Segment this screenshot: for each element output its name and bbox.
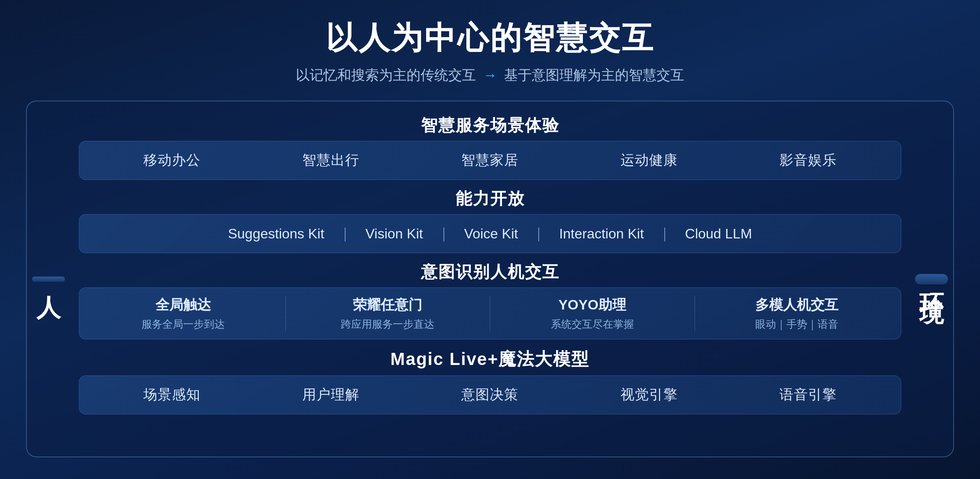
list-item: 意图决策 (461, 385, 518, 404)
right-side-label: 环境 (910, 110, 953, 448)
left-box: 人 (32, 277, 65, 282)
content-area: 智慧服务场景体验 移动办公 智慧出行 智慧家居 运动健康 影音娱乐 能力开放 S… (70, 110, 910, 448)
list-item: 场景感知 (143, 385, 201, 404)
list-item: YOYO助理 系统交互尽在掌握 (497, 296, 688, 331)
left-side-label: 人 (27, 110, 70, 448)
magic-section: Magic Live+魔法大模型 场景感知 用户理解 意图决策 视觉引擎 语音引… (79, 347, 901, 414)
magic-row: 场景感知 用户理解 意图决策 视觉引擎 语音引擎 (79, 375, 901, 414)
main-frame: 人 智慧服务场景体验 移动办公 智慧出行 智慧家居 运动健康 影音娱乐 能力开放… (26, 101, 954, 457)
intent-item-subtitle: 眼动｜手势｜语音 (755, 317, 838, 331)
intent-row: 全局触达 服务全局一步到达 荣耀任意门 跨应用服务一步直达 YOYO助理 系统交… (79, 287, 901, 339)
list-item: Cloud LLM (671, 226, 766, 242)
capability-section: 能力开放 Suggestions Kit ｜ Vision Kit ｜ Voic… (79, 188, 901, 253)
list-item: 视觉引擎 (621, 385, 678, 404)
list-item: 移动办公 (143, 151, 201, 170)
right-box-text: 环境 (915, 274, 948, 284)
list-item: 全局触达 服务全局一步到达 (88, 296, 278, 331)
divider (695, 296, 695, 331)
list-item: 影音娱乐 (779, 151, 837, 170)
arrow-icon: → (483, 67, 497, 83)
separator: ｜ (338, 224, 352, 243)
capability-title: 能力开放 (79, 188, 901, 210)
list-item: 荣耀任意门 跨应用服务一步直达 (293, 296, 483, 331)
intent-item-subtitle: 系统交互尽在掌握 (551, 317, 634, 331)
left-box-text: 人 (32, 277, 65, 282)
list-item: 运动健康 (621, 151, 678, 170)
separator: ｜ (437, 224, 450, 243)
smart-service-section: 智慧服务场景体验 移动办公 智慧出行 智慧家居 运动健康 影音娱乐 (79, 114, 901, 180)
capability-row: Suggestions Kit ｜ Vision Kit ｜ Voice Kit… (79, 214, 901, 253)
list-item: Voice Kit (450, 226, 532, 242)
subtitle-after: 基于意图理解为主的智慧交互 (504, 67, 684, 83)
list-item: 语音引擎 (779, 385, 837, 404)
intent-title: 意图识别人机交互 (79, 261, 901, 283)
list-item: 多模人机交互 眼动｜手势｜语音 (702, 296, 893, 331)
divider (490, 296, 490, 331)
intent-item-title: 荣耀任意门 (353, 296, 422, 315)
right-box: 环境 (915, 274, 948, 284)
list-item: Suggestions Kit (214, 226, 338, 242)
separator: ｜ (532, 224, 545, 243)
list-item: 智慧出行 (302, 151, 359, 170)
smart-service-title: 智慧服务场景体验 (79, 114, 901, 137)
list-item: 用户理解 (302, 385, 359, 404)
separator: ｜ (658, 224, 671, 243)
page-subtitle: 以记忆和搜索为主的传统交互 → 基于意图理解为主的智慧交互 (296, 66, 685, 85)
list-item: Vision Kit (352, 226, 437, 242)
subtitle-before: 以记忆和搜索为主的传统交互 (296, 67, 476, 83)
page-title: 以人为中心的智慧交互 (326, 17, 655, 59)
intent-section: 意图识别人机交互 全局触达 服务全局一步到达 荣耀任意门 跨应用服务一步直达 Y… (79, 261, 901, 339)
list-item: 智慧家居 (461, 151, 518, 170)
divider (285, 296, 286, 331)
intent-item-title: 全局触达 (155, 296, 211, 315)
intent-item-subtitle: 跨应用服务一步直达 (341, 317, 434, 331)
list-item: Interaction Kit (545, 226, 658, 242)
smart-service-row: 移动办公 智慧出行 智慧家居 运动健康 影音娱乐 (79, 141, 901, 180)
magic-title: Magic Live+魔法大模型 (79, 347, 901, 371)
intent-item-subtitle: 服务全局一步到达 (142, 317, 225, 331)
intent-item-title: 多模人机交互 (755, 296, 838, 315)
intent-item-title: YOYO助理 (559, 296, 626, 315)
